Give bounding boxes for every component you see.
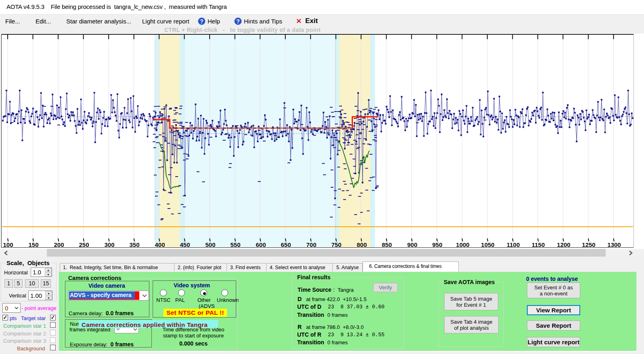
svg-text:900: 900	[407, 241, 417, 248]
svg-text:850: 850	[382, 241, 392, 248]
svg-text:800: 800	[357, 241, 367, 248]
svg-text:700: 700	[306, 241, 316, 248]
svg-text:450: 450	[180, 241, 190, 248]
svg-text:300: 300	[104, 241, 114, 248]
svg-text:200: 200	[54, 241, 64, 248]
svg-text:500: 500	[205, 241, 215, 248]
svg-text:1050: 1050	[481, 241, 494, 248]
svg-text:350: 350	[129, 241, 139, 248]
svg-text:1200: 1200	[557, 241, 570, 248]
svg-text:400: 400	[155, 241, 165, 248]
svg-text:600: 600	[256, 241, 266, 248]
svg-text:1000: 1000	[456, 241, 469, 248]
svg-text:1150: 1150	[532, 241, 545, 248]
svg-text:550: 550	[230, 241, 240, 248]
svg-text:650: 650	[281, 241, 291, 248]
svg-text:950: 950	[432, 241, 442, 248]
svg-text:1250: 1250	[582, 241, 595, 248]
svg-text:100: 100	[3, 241, 13, 248]
svg-text:1100: 1100	[507, 241, 520, 248]
svg-text:250: 250	[79, 241, 89, 248]
svg-text:1300: 1300	[607, 241, 621, 248]
svg-text:150: 150	[28, 241, 38, 248]
svg-text:750: 750	[331, 241, 341, 248]
